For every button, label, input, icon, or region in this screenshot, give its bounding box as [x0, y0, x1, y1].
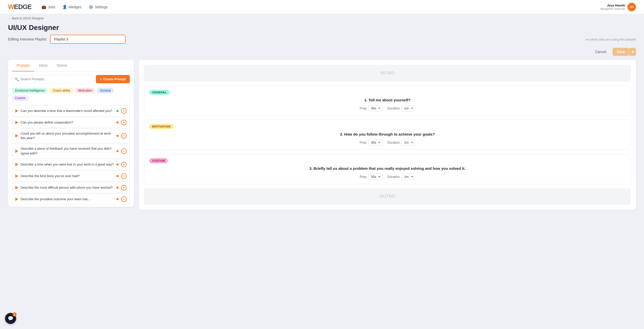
list-item[interactable]: Describe a time when you were lost in yo… — [12, 159, 130, 170]
status-dot — [116, 163, 118, 166]
jobs-icon: 💼 — [42, 5, 46, 9]
question-title-2: 2. How do you follow through to achieve … — [149, 132, 626, 136]
user-info: Jess Hewitt WedgeHR (Internal) — [600, 4, 625, 10]
search-icon: 🔍 — [15, 77, 19, 81]
filter-custom[interactable]: Custom — [12, 95, 28, 101]
play-icon — [15, 149, 18, 153]
avatar[interactable]: JH — [627, 3, 636, 11]
prep-select-3[interactable]: 30s1m2m — [369, 174, 382, 180]
add-prompt-button[interactable]: + — [121, 162, 127, 167]
list-item[interactable]: Could you tell us about your proudest ac… — [12, 129, 130, 143]
save-dropdown-button[interactable]: ▾ — [629, 48, 636, 56]
status-dot — [116, 121, 118, 124]
intro-placeholder: INTRO — [144, 65, 631, 81]
filter-coachability[interactable]: Coach-ability — [50, 88, 73, 93]
list-item[interactable]: Describe the best boss you've ever had? … — [12, 171, 130, 182]
play-icon — [15, 197, 18, 201]
user-menu: Jess Hewitt WedgeHR (Internal) JH — [600, 3, 636, 11]
question-card-1: GENERAL 1. Tell me about yourself? Prep … — [144, 86, 631, 116]
playlist-label: Editing Interview Playlist: — [8, 37, 47, 41]
prep-control-2: Prep 30s1m2m — [360, 139, 382, 146]
add-prompt-button[interactable]: + — [121, 120, 127, 125]
breadcrumb[interactable]: ← Back to UI/UX Designer — [0, 14, 644, 23]
prep-control-1: Prep 30s1m2m — [360, 105, 382, 111]
prep-control-3: Prep 30s1m2m — [360, 174, 382, 180]
filter-general[interactable]: General — [97, 88, 114, 93]
status-dot — [116, 175, 118, 177]
filter-motivation[interactable]: Motivation — [75, 88, 95, 93]
tab-outros[interactable]: Outros — [52, 60, 72, 71]
duration-select-2[interactable]: 1m2m3m — [402, 139, 415, 146]
play-icon — [15, 134, 18, 138]
playlist-note: no other jobs are using this playlist — [586, 37, 636, 41]
status-dot — [116, 198, 118, 200]
prompt-list: Can you describe a time that a teammate'… — [8, 103, 134, 207]
duration-select-3[interactable]: 1m2m3m — [402, 174, 415, 180]
prep-select-2[interactable]: 30s1m2m — [369, 139, 382, 146]
action-row: Cancel Save ▾ — [8, 48, 636, 56]
play-icon — [15, 163, 18, 166]
duration-control-1: Duration 1m2m3m — [387, 105, 415, 111]
create-prompt-button[interactable]: + Create Prompt — [96, 75, 130, 83]
play-icon — [15, 174, 18, 178]
nav-jobs[interactable]: 💼 Jobs — [42, 5, 55, 9]
add-prompt-button[interactable]: + — [121, 196, 127, 202]
badge-general: GENERAL — [149, 90, 170, 95]
add-prompt-button[interactable]: + — [121, 185, 127, 190]
duration-control-3: Duration 1m2m3m — [387, 174, 415, 180]
save-button[interactable]: Save — [613, 48, 629, 56]
prep-select-1[interactable]: 30s1m2m — [369, 105, 382, 111]
list-item[interactable]: Describe the proudest outcome your team … — [12, 194, 130, 205]
add-prompt-button[interactable]: + — [121, 148, 127, 154]
nav-links: 💼 Jobs 👤 Wedges ⚙️ Settings — [42, 5, 107, 9]
playlist-input[interactable] — [50, 35, 126, 44]
badge-motivation: MOTIVATION — [149, 124, 173, 129]
filter-tags: Emotional Intelligence Coach-ability Mot… — [8, 88, 134, 103]
cancel-button[interactable]: Cancel — [591, 48, 610, 56]
tab-intros[interactable]: Intros — [34, 60, 52, 71]
page-container: UI/UX Designer Editing Interview Playlis… — [0, 23, 644, 218]
list-item[interactable]: Can you describe a time that a teammate'… — [12, 105, 130, 116]
logo: WEDGE — [8, 3, 31, 11]
filter-emotional-intelligence[interactable]: Emotional Intelligence — [12, 88, 48, 93]
add-prompt-button[interactable]: + — [121, 133, 127, 139]
right-panel: INTRO GENERAL 1. Tell me about yourself?… — [139, 60, 636, 210]
question-title-1: 1. Tell me about yourself? — [149, 98, 626, 102]
status-dot — [116, 110, 118, 112]
status-dot — [116, 150, 118, 152]
duration-select-1[interactable]: 1m2m3m — [402, 105, 415, 111]
play-icon — [15, 121, 18, 124]
tab-prompts[interactable]: Prompts — [12, 60, 34, 71]
settings-icon: ⚙️ — [89, 5, 93, 9]
list-item[interactable]: Describe the most difficult person with … — [12, 182, 130, 193]
search-input[interactable] — [12, 75, 94, 83]
page-title: UI/UX Designer — [8, 24, 636, 32]
add-prompt-button[interactable]: + — [121, 173, 127, 179]
nav-wedges[interactable]: 👤 Wedges — [62, 5, 82, 9]
play-icon — [15, 186, 18, 189]
question-card-3: CUSTOM 3. Briefly tell us about a proble… — [144, 154, 631, 184]
duration-control-2: Duration 1m2m3m — [387, 139, 415, 146]
list-item[interactable]: Can you please define cooperation? + — [12, 117, 130, 128]
question-card-2: MOTIVATION 2. How do you follow through … — [144, 120, 631, 150]
status-dot — [116, 187, 118, 189]
question-title-3: 3. Briefly tell us about a problem that … — [149, 166, 626, 171]
play-icon — [15, 109, 18, 113]
badge-custom: CUSTOM — [149, 158, 168, 163]
navbar: WEDGE 💼 Jobs 👤 Wedges ⚙️ Settings Jess H… — [0, 0, 644, 14]
search-wrap: 🔍 — [12, 75, 94, 83]
tabs: Prompts Intros Outros — [8, 60, 134, 71]
search-area: 🔍 + Create Prompt — [8, 71, 134, 88]
main-content: Prompts Intros Outros 🔍 + Create Prompt — [8, 60, 636, 210]
list-item[interactable]: Describe a piece of feedback you have re… — [12, 144, 130, 158]
outro-placeholder: OUTRO — [144, 188, 631, 205]
wedges-icon: 👤 — [62, 5, 67, 9]
status-dot — [116, 135, 118, 137]
add-prompt-button[interactable]: + — [121, 108, 127, 114]
left-panel: Prompts Intros Outros 🔍 + Create Prompt — [8, 60, 134, 207]
nav-settings[interactable]: ⚙️ Settings — [89, 5, 108, 9]
